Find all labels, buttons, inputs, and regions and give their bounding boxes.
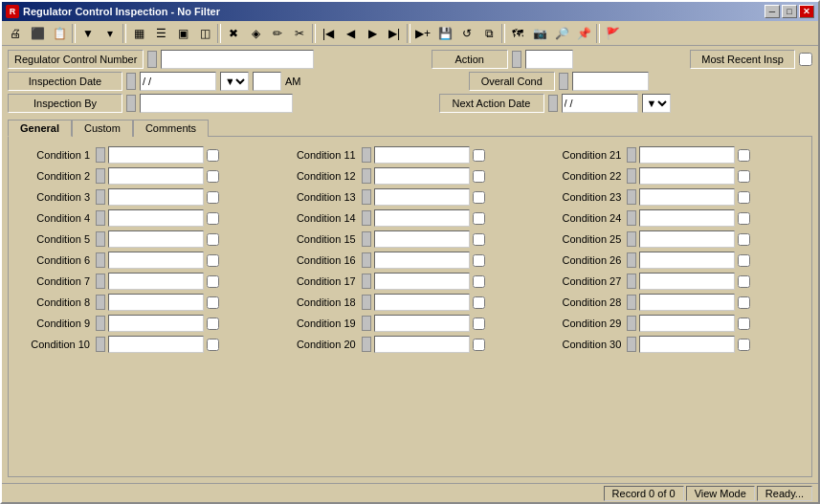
- condition-checkbox[interactable]: [738, 233, 750, 246]
- minimize-button[interactable]: ─: [765, 5, 780, 18]
- nav-last-button[interactable]: ▶|: [384, 23, 405, 44]
- condition-checkbox[interactable]: [207, 318, 219, 330]
- condition-checkbox[interactable]: [473, 170, 485, 183]
- condition-checkbox[interactable]: [207, 254, 219, 267]
- cut-button[interactable]: ✂: [289, 23, 310, 44]
- condition-input[interactable]: [108, 188, 204, 206]
- nav-prev-button[interactable]: ◀: [340, 23, 361, 44]
- maximize-button[interactable]: □: [782, 5, 797, 18]
- condition-checkbox[interactable]: [207, 233, 219, 246]
- regulator-input[interactable]: [161, 50, 314, 69]
- condition-input[interactable]: [108, 336, 204, 353]
- condition-input[interactable]: [639, 273, 735, 290]
- tab-custom[interactable]: Custom: [72, 120, 133, 137]
- condition-input[interactable]: [639, 146, 735, 164]
- condition-checkbox[interactable]: [473, 212, 485, 225]
- camera-button[interactable]: 📷: [529, 23, 550, 44]
- condition-checkbox[interactable]: [738, 212, 750, 225]
- condition-checkbox[interactable]: [473, 275, 485, 288]
- condition-checkbox[interactable]: [473, 254, 485, 267]
- action-input[interactable]: [525, 50, 573, 69]
- list-button[interactable]: ☰: [150, 23, 171, 44]
- fax-button[interactable]: 📋: [49, 23, 70, 44]
- condition-input[interactable]: [639, 252, 735, 269]
- next-action-date-input[interactable]: [562, 94, 638, 113]
- pin-button[interactable]: 📌: [573, 23, 594, 44]
- condition-checkbox[interactable]: [473, 233, 485, 246]
- inspection-date-input[interactable]: [140, 72, 216, 91]
- condition-checkbox[interactable]: [738, 318, 750, 330]
- condition-input[interactable]: [374, 294, 470, 311]
- tab-comments[interactable]: Comments: [133, 120, 209, 137]
- condition-input[interactable]: [374, 167, 470, 185]
- flag-button[interactable]: 🚩: [602, 23, 623, 44]
- inspection-by-input[interactable]: [140, 94, 293, 113]
- preview-button[interactable]: ⬛: [27, 23, 48, 44]
- condition-input[interactable]: [108, 252, 204, 269]
- condition-input[interactable]: [639, 188, 735, 206]
- print-button[interactable]: 🖨: [5, 23, 26, 44]
- filter-button[interactable]: ▼: [78, 23, 99, 44]
- nav-new-button[interactable]: ▶+: [412, 23, 433, 44]
- condition-checkbox[interactable]: [207, 191, 219, 204]
- close-button[interactable]: ✕: [799, 5, 814, 18]
- condition-input[interactable]: [374, 336, 470, 353]
- condition-input[interactable]: [108, 273, 204, 290]
- condition-checkbox[interactable]: [473, 318, 485, 330]
- condition-input[interactable]: [639, 167, 735, 185]
- nav-next-button[interactable]: ▶: [362, 23, 383, 44]
- condition-input[interactable]: [374, 252, 470, 269]
- tab-general[interactable]: General: [8, 120, 72, 137]
- nav-first-button[interactable]: |◀: [318, 23, 339, 44]
- overall-cond-input[interactable]: [572, 72, 649, 91]
- condition-checkbox[interactable]: [207, 212, 219, 225]
- pen-button[interactable]: ✏: [267, 23, 288, 44]
- stack-button[interactable]: ◈: [245, 23, 266, 44]
- condition-input[interactable]: [374, 273, 470, 290]
- condition-checkbox[interactable]: [207, 149, 219, 162]
- copy-button[interactable]: ⧉: [478, 23, 499, 44]
- zoom-button[interactable]: 🔎: [551, 23, 572, 44]
- inspection-date-dropdown[interactable]: ▼: [220, 72, 249, 91]
- condition-input[interactable]: [374, 188, 470, 206]
- condition-input[interactable]: [639, 315, 735, 332]
- condition-input[interactable]: [639, 230, 735, 248]
- condition-checkbox[interactable]: [738, 296, 750, 309]
- condition-checkbox[interactable]: [207, 275, 219, 288]
- condition-input[interactable]: [108, 294, 204, 311]
- condition-checkbox[interactable]: [207, 339, 219, 351]
- most-recent-insp-checkbox[interactable]: [799, 53, 812, 66]
- condition-input[interactable]: [374, 315, 470, 332]
- condition-checkbox[interactable]: [473, 339, 485, 351]
- condition-checkbox[interactable]: [473, 296, 485, 309]
- condition-checkbox[interactable]: [473, 191, 485, 204]
- condition-input[interactable]: [108, 146, 204, 164]
- grid-button[interactable]: ▦: [128, 23, 149, 44]
- condition-checkbox[interactable]: [207, 296, 219, 309]
- condition-input[interactable]: [374, 230, 470, 248]
- condition-input[interactable]: [374, 146, 470, 164]
- condition-input[interactable]: [108, 315, 204, 332]
- condition-checkbox[interactable]: [738, 339, 750, 351]
- refresh-button[interactable]: ↺: [456, 23, 477, 44]
- form-button[interactable]: ◫: [194, 23, 215, 44]
- condition-checkbox[interactable]: [738, 275, 750, 288]
- condition-input[interactable]: [639, 336, 735, 353]
- condition-checkbox[interactable]: [473, 149, 485, 162]
- condition-input[interactable]: [108, 209, 204, 227]
- condition-input[interactable]: [374, 209, 470, 227]
- filter-arrow-button[interactable]: ▾: [100, 23, 121, 44]
- condition-input[interactable]: [108, 230, 204, 248]
- inspection-time-input[interactable]: [253, 72, 281, 91]
- condition-checkbox[interactable]: [738, 191, 750, 204]
- delete-button[interactable]: ✖: [223, 23, 244, 44]
- table-button[interactable]: ▣: [172, 23, 193, 44]
- condition-checkbox[interactable]: [738, 149, 750, 162]
- condition-checkbox[interactable]: [207, 170, 219, 183]
- map-button[interactable]: 🗺: [507, 23, 528, 44]
- condition-input[interactable]: [639, 209, 735, 227]
- condition-input[interactable]: [639, 294, 735, 311]
- save-button[interactable]: 💾: [434, 23, 455, 44]
- next-action-date-dropdown[interactable]: ▼: [642, 94, 671, 113]
- condition-input[interactable]: [108, 167, 204, 185]
